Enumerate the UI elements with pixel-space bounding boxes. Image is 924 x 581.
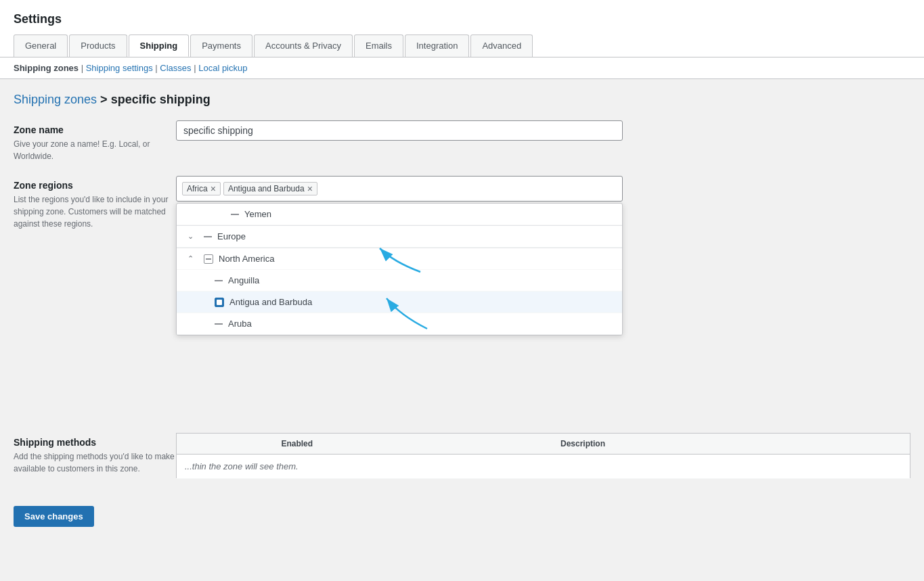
subnav-shipping-zones: Shipping zones xyxy=(14,63,79,73)
shipping-methods-label: Shipping methods xyxy=(14,437,176,448)
dropdown-label-antigua: Antigua and Barbuda xyxy=(229,297,312,307)
dropdown-list: Yemen ⌄ Europe ⌃ xyxy=(176,203,623,335)
tag-antigua-label: Antigua and Barbuda xyxy=(228,184,305,193)
zone-regions-field-col: Africa × Antigua and Barbuda × xyxy=(176,176,910,202)
dropdown-label-anguilla: Anguilla xyxy=(228,275,259,285)
dropdown-label-yemen: Yemen xyxy=(244,209,271,219)
zone-regions-desc: List the regions you'd like to include i… xyxy=(14,193,176,230)
dash-icon-anguilla xyxy=(215,280,223,281)
shipping-methods-label-col: Shipping methods Add the shipping method… xyxy=(14,433,176,479)
tab-payments[interactable]: Payments xyxy=(190,34,252,57)
dropdown-item-antigua[interactable]: Antigua and Barbuda xyxy=(177,292,622,313)
sub-nav: Shipping zones | Shipping settings | Cla… xyxy=(0,57,924,79)
tab-shipping[interactable]: Shipping xyxy=(129,34,190,57)
expand-north-america-icon[interactable]: ⌃ xyxy=(188,254,198,263)
settings-header: Settings General Products Shipping Payme… xyxy=(0,0,924,57)
main-content: Shipping zones > specific shipping Zone … xyxy=(0,79,924,540)
breadcrumb-separator: > xyxy=(100,93,111,106)
shipping-methods-table: Enabled Description ...thin the zone wil… xyxy=(176,433,910,479)
subnav-shipping-settings[interactable]: Shipping settings xyxy=(86,63,153,73)
dropdown-item-anguilla[interactable]: Anguilla xyxy=(177,270,622,292)
col-enabled: Enabled xyxy=(273,434,552,455)
zone-name-input[interactable] xyxy=(176,120,623,141)
save-button[interactable]: Save changes xyxy=(14,506,94,527)
tag-africa-label: Africa xyxy=(187,184,208,193)
dropdown-item-north-america[interactable]: ⌃ North America xyxy=(177,248,622,270)
multi-select-container: Africa × Antigua and Barbuda × xyxy=(176,176,623,202)
zone-name-section: Zone name Give your zone a name! E.g. Lo… xyxy=(14,120,910,162)
zone-name-field-col xyxy=(176,120,910,141)
zone-name-label-col: Zone name Give your zone a name! E.g. Lo… xyxy=(14,120,176,162)
zone-regions-label-col: Zone regions List the regions you'd like… xyxy=(14,176,176,230)
tag-antigua-remove[interactable]: × xyxy=(307,184,313,193)
tab-advanced[interactable]: Advanced xyxy=(470,34,533,57)
tab-accounts-privacy[interactable]: Accounts & Privacy xyxy=(254,34,353,57)
zone-regions-label: Zone regions xyxy=(14,180,176,191)
dash-icon-aruba xyxy=(215,323,223,325)
shipping-methods-field-col: Enabled Description ...thin the zone wil… xyxy=(176,433,910,479)
dropdown-item-yemen[interactable]: Yemen xyxy=(177,204,622,225)
page-title: Settings xyxy=(14,5,910,32)
shipping-methods-desc: Add the shipping methods you'd like to m… xyxy=(14,450,176,475)
col-name xyxy=(177,434,273,455)
checkbox-north-america[interactable] xyxy=(204,254,213,264)
breadcrumb-current: specific shipping xyxy=(111,93,211,106)
breadcrumb-parent[interactable]: Shipping zones xyxy=(14,93,97,106)
dash-icon-europe xyxy=(204,236,212,237)
tab-emails[interactable]: Emails xyxy=(354,34,403,57)
subnav-local-pickup[interactable]: Local pickup xyxy=(198,63,247,73)
zone-regions-section: Zone regions List the regions you'd like… xyxy=(14,176,910,230)
checkbox-antigua[interactable] xyxy=(215,298,224,307)
dropdown-label-aruba: Aruba xyxy=(228,319,252,329)
zone-name-label: Zone name xyxy=(14,124,176,135)
tag-africa: Africa × xyxy=(182,182,221,195)
tab-products[interactable]: Products xyxy=(69,34,127,57)
subnav-classes[interactable]: Classes xyxy=(160,63,191,73)
shipping-methods-row: Shipping methods Add the shipping method… xyxy=(14,433,910,479)
tab-integration[interactable]: Integration xyxy=(405,34,469,57)
dropdown-item-europe[interactable]: ⌄ Europe xyxy=(177,226,622,248)
tabs-row: General Products Shipping Payments Accou… xyxy=(14,34,910,57)
dropdown-item-aruba[interactable]: Aruba xyxy=(177,313,622,335)
dropdown-label-north-america: North America xyxy=(219,254,274,264)
zone-name-desc: Give your zone a name! E.g. Local, or Wo… xyxy=(14,138,176,162)
tag-africa-remove[interactable]: × xyxy=(211,184,216,193)
multi-select-box[interactable]: Africa × Antigua and Barbuda × xyxy=(176,176,623,202)
page-wrapper: Settings General Products Shipping Payme… xyxy=(0,0,924,581)
dropdown-label-europe: Europe xyxy=(217,231,246,241)
dash-icon-yemen xyxy=(231,214,239,215)
save-button-row: Save changes xyxy=(14,492,910,527)
col-description: Description xyxy=(552,434,910,455)
tab-general[interactable]: General xyxy=(14,34,68,57)
breadcrumb: Shipping zones > specific shipping xyxy=(14,93,910,107)
expand-europe-icon[interactable]: ⌄ xyxy=(188,232,198,241)
tag-antigua: Antigua and Barbuda × xyxy=(223,182,317,195)
methods-empty-message: ...thin the zone will see them. xyxy=(177,455,910,479)
